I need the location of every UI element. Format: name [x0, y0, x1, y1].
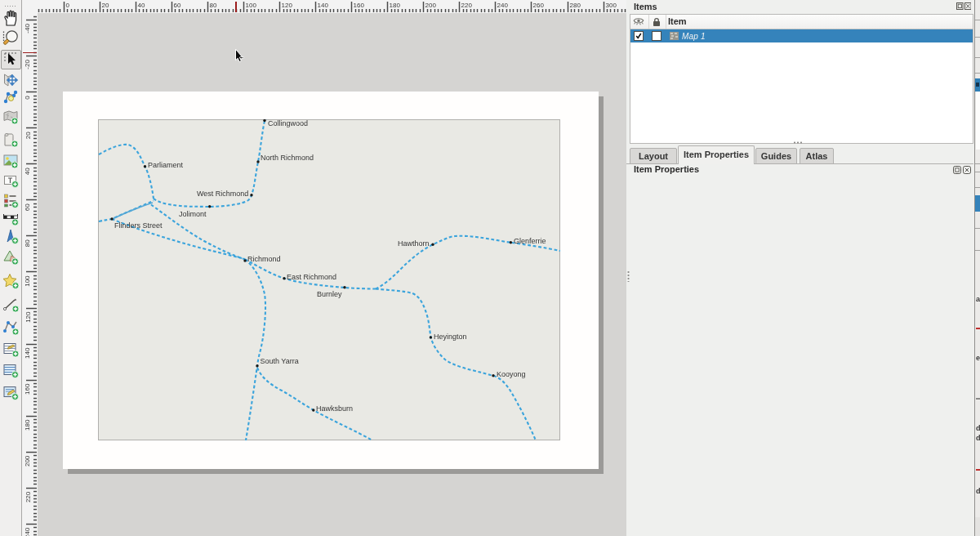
- svg-text:240: 240: [24, 527, 32, 536]
- svg-text:East Richmond: East Richmond: [287, 273, 336, 281]
- svg-text:60: 60: [24, 203, 32, 211]
- svg-text:Collingwood: Collingwood: [268, 119, 308, 127]
- svg-text:South Yarra: South Yarra: [261, 357, 299, 365]
- svg-text:Jolimont: Jolimont: [179, 210, 207, 218]
- svg-text:West Richmond: West Richmond: [197, 190, 248, 198]
- svg-text:0: 0: [24, 96, 32, 100]
- svg-text:20: 20: [102, 2, 109, 9]
- svg-text:160: 160: [354, 2, 365, 9]
- svg-text:Kooyong: Kooyong: [497, 370, 526, 378]
- svg-text:Heyington: Heyington: [434, 333, 467, 341]
- svg-text:Parliament: Parliament: [148, 161, 184, 169]
- svg-text:280: 280: [570, 2, 581, 9]
- svg-text:260: 260: [533, 2, 545, 9]
- svg-text:Hawksburn: Hawksburn: [316, 404, 353, 413]
- svg-text:240: 240: [497, 2, 509, 9]
- svg-text:100: 100: [24, 275, 32, 287]
- svg-text:Hawthorn: Hawthorn: [398, 239, 430, 248]
- svg-text:220: 220: [24, 491, 32, 502]
- svg-text:300: 300: [606, 2, 617, 9]
- svg-text:Burnley: Burnley: [317, 290, 342, 298]
- svg-text:20: 20: [24, 132, 32, 139]
- svg-text:120: 120: [282, 2, 293, 9]
- svg-text:220: 220: [461, 2, 473, 9]
- svg-text:180: 180: [24, 419, 32, 431]
- svg-text:140: 140: [24, 347, 32, 359]
- svg-text:Glenferrie: Glenferrie: [514, 237, 546, 245]
- svg-text:40: 40: [138, 2, 145, 9]
- svg-text:200: 200: [425, 2, 437, 9]
- svg-text:Flinders Street: Flinders Street: [114, 221, 163, 230]
- svg-text:120: 120: [24, 311, 32, 323]
- svg-text:140: 140: [318, 2, 329, 9]
- svg-text:100: 100: [246, 2, 257, 9]
- svg-text:-20: -20: [24, 60, 32, 69]
- svg-text:0: 0: [66, 2, 70, 9]
- svg-text:80: 80: [210, 2, 217, 9]
- svg-text:North Richmond: North Richmond: [261, 154, 314, 162]
- svg-text:Richmond: Richmond: [247, 255, 281, 263]
- svg-text:40: 40: [24, 168, 32, 175]
- svg-text:60: 60: [174, 2, 181, 9]
- svg-text:160: 160: [24, 383, 32, 395]
- svg-text:180: 180: [390, 2, 401, 9]
- svg-text:-40: -40: [24, 24, 32, 34]
- svg-text:80: 80: [24, 239, 32, 247]
- svg-text:200: 200: [24, 455, 32, 467]
